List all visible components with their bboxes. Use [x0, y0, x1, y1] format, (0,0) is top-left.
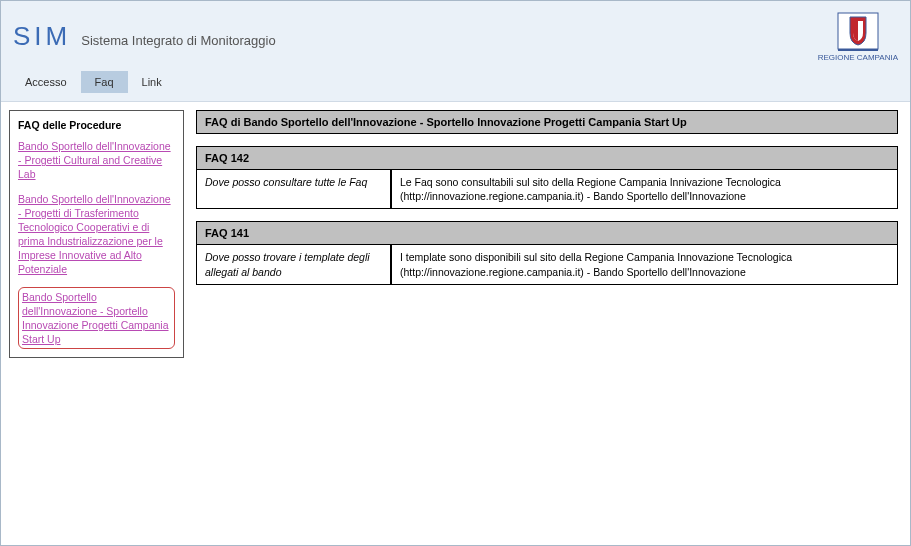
faq-141-title: FAQ 141 — [197, 222, 897, 245]
sidebar-title: FAQ delle Procedure — [18, 119, 175, 131]
menu-link[interactable]: Link — [128, 71, 176, 93]
sidebar: FAQ delle Procedure Bando Sportello dell… — [9, 110, 184, 358]
content-area: FAQ delle Procedure Bando Sportello dell… — [1, 102, 910, 366]
sidebar-link-campania-start-up[interactable]: Bando Sportello dell'Innovazione - Sport… — [18, 287, 175, 350]
faq-141-row: Dove posso trovare i template degli alle… — [197, 245, 897, 283]
faq-142-answer: Le Faq sono consultabili sul sito della … — [392, 170, 897, 208]
faq-141-question: Dove posso trovare i template degli alle… — [197, 245, 392, 283]
faq-block-141: FAQ 141 Dove posso trovare i template de… — [196, 221, 898, 284]
faq-block-142: FAQ 142 Dove posso consultare tutte le F… — [196, 146, 898, 209]
app-logo-text: SIM — [13, 21, 71, 52]
region-label: REGIONE CAMPANIA — [818, 53, 898, 62]
svg-rect-1 — [838, 49, 878, 51]
region-logo: REGIONE CAMPANIA — [818, 11, 898, 62]
header: SIM Sistema Integrato di Monitoraggio RE… — [1, 1, 910, 71]
menu-accesso[interactable]: Accesso — [11, 71, 81, 93]
main-heading: FAQ di Bando Sportello dell'Innovazione … — [196, 110, 898, 134]
faq-142-title: FAQ 142 — [197, 147, 897, 170]
menubar: Accesso Faq Link — [1, 71, 910, 102]
menu-faq[interactable]: Faq — [81, 71, 128, 93]
title-area: SIM Sistema Integrato di Monitoraggio — [13, 21, 276, 52]
app-subtitle: Sistema Integrato di Monitoraggio — [81, 33, 275, 48]
faq-141-answer: I template sono disponibili sul sito del… — [392, 245, 897, 283]
region-shield-icon — [836, 11, 880, 51]
sidebar-link-trasferimento-tecnologico[interactable]: Bando Sportello dell'Innovazione - Proge… — [18, 192, 175, 277]
sidebar-link-cultural-creative-lab[interactable]: Bando Sportello dell'Innovazione - Proge… — [18, 139, 175, 182]
faq-142-row: Dove posso consultare tutte le Faq Le Fa… — [197, 170, 897, 208]
main-panel: FAQ di Bando Sportello dell'Innovazione … — [192, 102, 910, 305]
faq-142-question: Dove posso consultare tutte le Faq — [197, 170, 392, 208]
